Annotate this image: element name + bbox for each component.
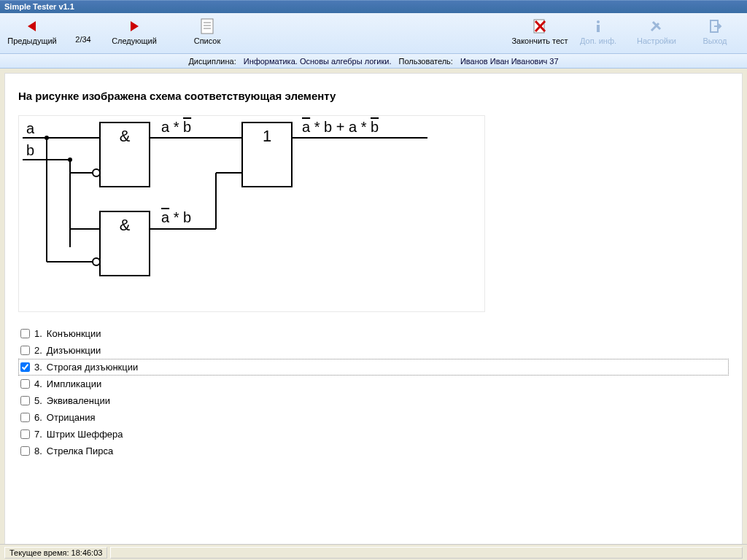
exit-button: Выход: [686, 15, 744, 52]
list-icon: [200, 18, 214, 35]
answer-option-8[interactable]: 8.Стрелка Пирса: [18, 443, 729, 459]
status-bar: Текущее время: 18:46:03: [0, 544, 747, 560]
tools-icon: [649, 18, 665, 35]
answer-number: 1.: [34, 328, 42, 339]
answer-label: Импликации: [47, 378, 101, 389]
answer-option-3[interactable]: 3.Строгая дизъюнкции: [18, 359, 729, 376]
arrow-right-icon: [128, 18, 141, 35]
answer-checkbox[interactable]: [20, 346, 30, 355]
svg-rect-10: [597, 25, 600, 32]
diagram-input-b: b: [26, 142, 34, 159]
status-time: Текущее время: 18:46:03: [4, 547, 107, 559]
info-bar: Дисциплина: Информатика. Основы алгебры …: [0, 54, 747, 69]
answer-label: Строгая дизъюнкции: [47, 362, 138, 373]
settings-label: Настройки: [637, 36, 676, 45]
answer-number: 3.: [34, 362, 42, 373]
prev-button[interactable]: Предыдущий: [3, 15, 61, 52]
answer-number: 8.: [34, 446, 42, 456]
gate-and-bottom: &: [99, 211, 150, 276]
answer-option-5[interactable]: 5.Эквиваленции: [18, 392, 729, 409]
status-fill: [110, 547, 743, 559]
answer-option-6[interactable]: 6.Отрицания: [18, 409, 729, 426]
exit-label: Выход: [703, 36, 727, 45]
diagram-mid2: a * b: [161, 209, 191, 226]
finish-label: Закончить тест: [511, 36, 568, 45]
answer-checkbox[interactable]: [20, 362, 30, 372]
diagram-input-a: a: [26, 120, 34, 137]
svg-marker-0: [28, 21, 36, 31]
info-icon: [591, 18, 605, 35]
settings-button: Настройки: [627, 15, 686, 52]
finish-icon: [532, 18, 548, 35]
next-button[interactable]: Следующий: [105, 15, 163, 52]
list-label: Список: [194, 36, 221, 45]
svg-marker-1: [131, 21, 139, 31]
answer-checkbox[interactable]: [20, 396, 30, 405]
answer-label: Дизъюнкции: [47, 345, 101, 356]
logic-diagram: a b & & 1 a * b a * b a * b + a * b: [18, 115, 485, 312]
answer-number: 4.: [34, 378, 42, 389]
user-value: Иванов Иван Иванович 37: [460, 57, 559, 66]
answer-checkbox[interactable]: [20, 429, 30, 439]
diagram-mid1: a * b: [161, 119, 191, 136]
answer-label: Эквиваленции: [47, 395, 110, 406]
info-label: Доп. инф.: [580, 36, 616, 45]
svg-rect-2: [201, 19, 213, 34]
discipline-label: Дисциплина:: [188, 57, 236, 66]
user-label: Пользователь:: [398, 57, 452, 66]
answer-number: 6.: [34, 412, 42, 423]
discipline-value: Информатика. Основы алгебры логики.: [244, 57, 392, 66]
answer-option-7[interactable]: 7.Штрих Шеффера: [18, 426, 729, 443]
answer-option-2[interactable]: 2.Дизъюнкции: [18, 342, 729, 359]
page-counter: 2/34: [61, 23, 105, 44]
answer-option-1[interactable]: 1.Конъюнкции: [18, 325, 729, 342]
next-label: Следующий: [112, 36, 157, 45]
answer-number: 7.: [34, 429, 42, 440]
answer-checkbox[interactable]: [20, 379, 30, 389]
answer-number: 5.: [34, 395, 42, 406]
answer-option-4[interactable]: 4.Импликации: [18, 376, 729, 392]
toolbar: Предыдущий 2/34 Следующий Список Закончи…: [0, 13, 747, 54]
finish-button[interactable]: Закончить тест: [511, 15, 569, 52]
svg-point-22: [68, 158, 72, 162]
arrow-left-icon: [26, 18, 39, 35]
title-bar: Simple Tester v1.1: [0, 0, 747, 13]
answer-label: Штрих Шеффера: [47, 429, 123, 440]
info-button: Доп. инф.: [569, 15, 627, 52]
gate-or: 1: [241, 122, 293, 187]
answer-checkbox[interactable]: [20, 329, 30, 338]
answer-checkbox[interactable]: [20, 446, 30, 456]
answer-label: Отрицания: [47, 412, 96, 423]
answer-label: Стрелка Пирса: [47, 446, 113, 456]
svg-point-21: [44, 136, 49, 140]
answers-list: 1.Конъюнкции2.Дизъюнкции3.Строгая дизъюн…: [18, 325, 729, 459]
content-area: На рисунке изображена схема соответствую…: [4, 73, 743, 544]
prev-label: Предыдущий: [7, 36, 56, 45]
answer-checkbox[interactable]: [20, 413, 30, 422]
question-text: На рисунке изображена схема соответствую…: [18, 90, 729, 102]
list-button[interactable]: Список: [178, 15, 236, 52]
app-title: Simple Tester v1.1: [4, 2, 74, 11]
answer-number: 2.: [34, 345, 42, 356]
answer-label: Конъюнкции: [47, 328, 101, 339]
gate-and-top: &: [99, 122, 150, 187]
exit-icon: [708, 18, 722, 35]
svg-point-9: [597, 20, 600, 23]
diagram-output: a * b + a * b: [302, 119, 379, 136]
